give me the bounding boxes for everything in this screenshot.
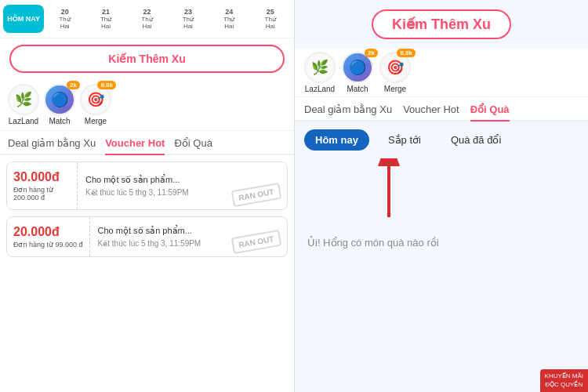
cal-name-2: Thứ xyxy=(100,16,111,23)
right-merge-badge: 8.8k xyxy=(397,49,416,57)
left-game-tabs: 🌿 LazLand 2k 🔵 Match 8.8k 🎯 Merge xyxy=(0,79,294,131)
earn-button[interactable]: Kiếm Thêm Xu xyxy=(9,45,285,73)
cal-day-5[interactable]: 24 Thứ Hai xyxy=(209,5,249,33)
arrow-container xyxy=(295,158,588,221)
cal-name-6: Thứ xyxy=(265,16,276,23)
voucher-card-1: 30.000đ Đơn hàng từ200.000 đ Cho một số … xyxy=(6,162,288,210)
voucher-min-1: Đơn hàng từ200.000 đ xyxy=(13,186,71,201)
sub-tabs: Hôm nay Sắp tới Quà đã đổi xyxy=(295,122,588,158)
right-title: Kiếm Thêm Xu xyxy=(372,9,511,39)
cal-name-4b: Hai xyxy=(183,23,193,30)
right-match-badge: 2k xyxy=(365,49,378,57)
nav-tab-voucher[interactable]: Voucher Hot xyxy=(105,137,165,155)
calendar-bar: HÔM NAY 20 Thứ Hai 21 Thứ Hai 22 Thứ Hai… xyxy=(0,0,294,38)
voucher-amount-1: 30.000đ xyxy=(13,170,71,184)
cal-name-4: Thứ xyxy=(183,16,194,23)
cal-name-1b: Hai xyxy=(60,23,70,30)
right-header: Kiếm Thêm Xu xyxy=(295,0,588,49)
voucher-min-2: Đơn hàng từ 99.000 đ xyxy=(13,241,83,249)
voucher-list: 30.000đ Đơn hàng từ200.000 đ Cho một số … xyxy=(0,155,294,392)
badge-line1: KHUYẾN MÃI xyxy=(545,372,583,380)
cal-num-2: 21 xyxy=(102,8,110,16)
right-merge-label: Merge xyxy=(384,85,406,93)
badge-line2: ĐỘC QUYỀN xyxy=(545,381,583,389)
right-game-tabs: 🌿 LazLand 2k 🔵 Match 8.8k 🎯 Merge xyxy=(295,49,588,97)
nav-tab-deal[interactable]: Deal giảm bằng Xu xyxy=(8,137,96,154)
today-label: HÔM NAY xyxy=(7,15,40,23)
cal-name-6b: Hai xyxy=(266,23,275,30)
cal-num-5: 24 xyxy=(225,8,233,16)
game-tab-lazland[interactable]: 🌿 LazLand xyxy=(8,84,39,125)
right-lazland-label: LazLand xyxy=(305,85,335,93)
right-nav-tab-gift[interactable]: Đổi Quà xyxy=(470,103,510,122)
cal-num-6: 25 xyxy=(267,8,274,16)
right-game-tab-merge[interactable]: 8.8k 🎯 Merge xyxy=(379,52,411,93)
left-panel: HÔM NAY 20 Thứ Hai 21 Thứ Hai 22 Thứ Hai… xyxy=(0,0,294,392)
sub-tab-today[interactable]: Hôm nay xyxy=(304,129,369,151)
cal-name-2b: Hai xyxy=(101,23,111,30)
cal-day-4[interactable]: 23 Thứ Hai xyxy=(168,5,209,33)
right-body: Hôm nay Sắp tới Quà đã đổi Ủi! Hổng có m… xyxy=(295,122,588,392)
cal-num-3: 22 xyxy=(143,8,151,16)
cal-name-3: Thứ xyxy=(141,16,152,23)
right-game-tab-lazland[interactable]: 🌿 LazLand xyxy=(304,52,336,93)
left-nav-tabs: Deal giảm bằng Xu Voucher Hot Đổi Quà xyxy=(0,131,294,155)
cal-name-5b: Hai xyxy=(224,23,234,30)
lazland-label: LazLand xyxy=(9,117,38,125)
voucher-left-2: 20.000đ Đơn hàng từ 99.000 đ xyxy=(7,217,90,256)
voucher-desc-1: Cho một số sản phẩm... xyxy=(85,175,279,185)
cal-name-3b: Hai xyxy=(142,23,151,30)
lazland-icon: 🌿 xyxy=(8,84,39,115)
game-tab-match[interactable]: 2k 🔵 Match xyxy=(44,84,75,125)
nav-tab-gift[interactable]: Đổi Quà xyxy=(174,137,212,154)
right-nav-tabs: Deal giảm bằng Xu Voucher Hot Đổi Quà xyxy=(295,97,588,122)
cal-day-6[interactable]: 25 Thứ Hai xyxy=(250,5,291,33)
khuyenmai-badge: KHUYẾN MÃI ĐỘC QUYỀN xyxy=(540,369,588,392)
sub-tab-exchanged[interactable]: Quà đã đổi xyxy=(440,129,512,151)
right-game-tab-match[interactable]: 2k 🔵 Match xyxy=(342,52,373,93)
cal-day-2[interactable]: 21 Thứ Hai xyxy=(85,5,126,33)
earn-btn-wrap: Kiếm Thêm Xu xyxy=(0,38,294,79)
sub-tab-soon[interactable]: Sắp tới xyxy=(377,129,432,151)
cal-name-5: Thứ xyxy=(223,16,234,23)
red-arrow xyxy=(358,158,420,221)
cal-day-3[interactable]: 22 Thứ Hai xyxy=(126,5,167,33)
empty-text: Ủi! Hổng có món quà nào rồi xyxy=(307,237,439,249)
cal-num-1: 20 xyxy=(61,8,69,16)
merge-badge: 8.8k xyxy=(97,81,116,89)
right-nav-tab-deal[interactable]: Deal giảm bằng Xu xyxy=(304,103,392,120)
right-match-label: Match xyxy=(347,85,368,93)
cal-day-today[interactable]: HÔM NAY xyxy=(3,5,44,33)
empty-message: Ủi! Hổng có món quà nào rồi xyxy=(295,221,588,392)
merge-label: Merge xyxy=(85,117,107,125)
right-lazland-icon: 🌿 xyxy=(304,52,336,83)
match-badge: 2k xyxy=(67,81,80,89)
cal-num-4: 23 xyxy=(184,8,192,16)
right-panel: Kiếm Thêm Xu 🌿 LazLand 2k 🔵 Match 8.8k 🎯… xyxy=(294,0,588,392)
cal-day-1[interactable]: 20 Thứ Hai xyxy=(44,5,85,33)
voucher-card-2: 20.000đ Đơn hàng từ 99.000 đ Cho một số … xyxy=(6,216,288,257)
voucher-left-1: 30.000đ Đơn hàng từ200.000 đ xyxy=(7,162,78,209)
match-label: Match xyxy=(49,117,70,125)
right-nav-tab-voucher[interactable]: Voucher Hot xyxy=(403,103,459,120)
voucher-amount-2: 20.000đ xyxy=(13,225,83,239)
cal-name-1: Thứ xyxy=(59,16,70,23)
game-tab-merge[interactable]: 8.8k 🎯 Merge xyxy=(80,84,111,125)
